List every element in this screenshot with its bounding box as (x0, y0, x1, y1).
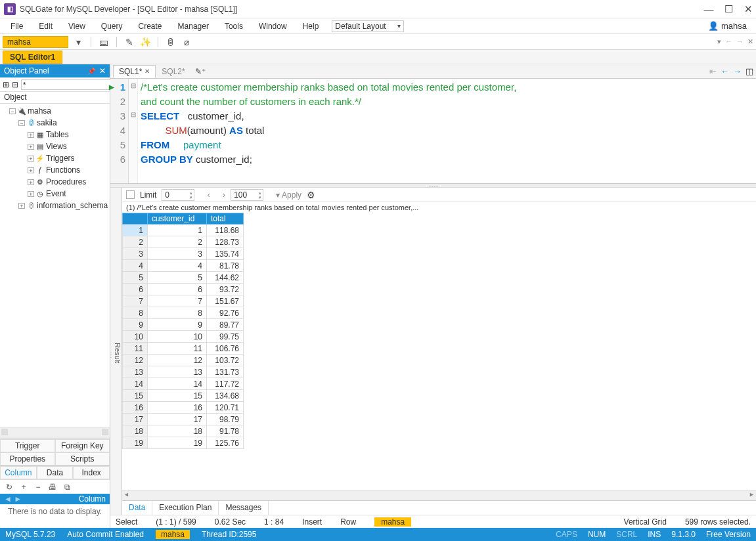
vsplit-handle[interactable]: ⋮ (108, 351, 114, 358)
menu-window[interactable]: Window (251, 20, 295, 33)
result-tab-plan[interactable]: Execution Plan (152, 501, 219, 515)
toggle-layout-icon[interactable]: ◫ (745, 66, 753, 76)
btn-data[interactable]: Data (37, 466, 74, 479)
menu-file[interactable]: File (3, 20, 31, 33)
code-editor[interactable]: 123456 ⊟ ⊟ /*Let's create customer membe… (110, 79, 756, 184)
dock-close-icon[interactable]: ✕ (747, 37, 753, 46)
result-grid[interactable]: customer_id total 11118.6822128.7333135.… (122, 213, 756, 490)
btn-trigger[interactable]: Trigger (0, 439, 55, 452)
database-icon[interactable]: 🛢 (165, 36, 177, 48)
btn-scripts[interactable]: Scripts (55, 452, 110, 465)
expand-all-icon[interactable]: ⊞ (3, 80, 9, 89)
table-row[interactable]: 1616120.71 (123, 402, 244, 414)
table-row[interactable]: 77151.67 (123, 295, 244, 307)
table-row[interactable]: 1111106.76 (123, 343, 244, 355)
nav-prev-icon[interactable]: ← (721, 66, 729, 76)
tree-event[interactable]: Event (46, 189, 66, 198)
object-tree[interactable]: −🔌mahsa −🛢sakila +▦Tables +▤Views +⚡Trig… (0, 104, 110, 427)
prop-refresh-icon[interactable]: ↻ (4, 483, 14, 492)
tree-procedures[interactable]: Procedures (46, 177, 86, 186)
table-row[interactable]: 55144.62 (123, 272, 244, 284)
btn-foreign-key[interactable]: Foreign Key (55, 439, 110, 452)
table-row[interactable]: 22128.73 (123, 236, 244, 248)
btn-column[interactable]: Column (0, 466, 37, 479)
apply-button[interactable]: ▾ Apply (276, 190, 301, 200)
table-row[interactable]: 171798.79 (123, 414, 244, 425)
table-row[interactable]: 1212103.72 (123, 355, 244, 366)
tree-db-sakila[interactable]: sakila (37, 118, 57, 127)
menu-help[interactable]: Help (295, 20, 327, 33)
table-row[interactable]: 4481.78 (123, 260, 244, 272)
page-prev-icon[interactable]: ‹ (208, 190, 210, 200)
pin-icon[interactable]: 📌 (87, 68, 95, 75)
col-customer-id[interactable]: customer_id (148, 213, 207, 225)
prop-add-icon[interactable]: + (18, 483, 29, 492)
wand-icon[interactable]: ✨ (139, 36, 151, 48)
sql-tab-1[interactable]: SQL1* ✕ (113, 65, 156, 78)
tree-tables[interactable]: Tables (46, 130, 69, 139)
table-row[interactable]: 6693.72 (123, 284, 244, 295)
fold-gutter[interactable]: ⊟ ⊟ (129, 79, 138, 183)
table-row[interactable]: 101099.75 (123, 331, 244, 343)
editor-tab-1[interactable]: SQL Editor1 (3, 51, 62, 64)
layout-select[interactable]: Default Layout (332, 20, 404, 32)
table-row[interactable]: 33135.74 (123, 248, 244, 260)
dock-next-icon[interactable]: → (736, 37, 744, 46)
close-button[interactable]: ✕ (744, 5, 752, 13)
table-row[interactable]: 8892.76 (123, 307, 244, 319)
panel-close-icon[interactable]: ✕ (99, 66, 106, 76)
prop-remove-icon[interactable]: − (33, 483, 43, 492)
dock-dropdown-icon[interactable]: ▾ (717, 37, 721, 46)
menu-edit[interactable]: Edit (31, 20, 60, 33)
dropdown-icon[interactable]: ▾ (72, 36, 84, 48)
dock-prev-icon[interactable]: ← (725, 37, 732, 46)
collapse-all-icon[interactable]: ⊟ (12, 80, 18, 89)
table-row[interactable]: 1313131.73 (123, 366, 244, 378)
limit-input[interactable]: 0 (162, 189, 194, 201)
table-row[interactable]: 1919125.76 (123, 437, 244, 449)
menu-query[interactable]: Query (93, 20, 131, 33)
page-input[interactable]: 100 (231, 189, 263, 201)
table-row[interactable]: 9989.77 (123, 319, 244, 331)
tree-triggers[interactable]: Triggers (46, 154, 75, 163)
menu-create[interactable]: Create (131, 20, 170, 33)
result-tab-data[interactable]: Data (122, 501, 152, 515)
btn-properties[interactable]: Properties (0, 452, 55, 465)
database-combo[interactable]: mahsa (3, 36, 68, 48)
tree-functions[interactable]: Functions (46, 165, 80, 175)
col-total[interactable]: total (207, 213, 244, 225)
menu-tools[interactable]: Tools (217, 20, 251, 33)
grid-hscrollbar[interactable] (122, 490, 756, 500)
maximize-button[interactable]: ☐ (724, 5, 732, 13)
table-row[interactable]: 181891.78 (123, 425, 244, 437)
rownum-header[interactable] (123, 213, 148, 225)
menu-manager[interactable]: Manager (170, 20, 217, 33)
table-row[interactable]: 1414117.72 (123, 378, 244, 390)
tree-views[interactable]: Views (46, 142, 67, 151)
tree-root[interactable]: mahsa (28, 106, 51, 116)
limit-checkbox[interactable] (126, 190, 135, 199)
prop-popup-icon[interactable]: ⧉ (62, 483, 72, 492)
code-text[interactable]: /*Let's create customer membership ranks… (138, 79, 756, 183)
new-tab-icon[interactable]: ✎⁺ (195, 67, 206, 76)
nav-home-icon[interactable]: ⇤ (709, 66, 717, 76)
sql-tab-2[interactable]: SQL2* (156, 65, 190, 78)
user-indicator[interactable]: 👤 mahsa (708, 21, 753, 31)
minimize-button[interactable]: — (705, 5, 713, 13)
close-tab-icon[interactable]: ✕ (145, 68, 150, 75)
connect-icon[interactable]: 🖴 (98, 36, 110, 48)
tree-db-information-schema[interactable]: information_schema (37, 201, 108, 210)
menu-view[interactable]: View (60, 20, 93, 33)
table-row[interactable]: 11118.68 (123, 225, 244, 236)
cylinder-icon[interactable]: ⌀ (181, 36, 192, 48)
gear-icon[interactable]: ⚙ (307, 190, 315, 200)
filter-input[interactable] (21, 79, 116, 90)
btn-index[interactable]: Index (73, 466, 110, 479)
nav-next-icon[interactable]: → (733, 66, 742, 76)
result-tab-messages[interactable]: Messages (219, 501, 269, 515)
prop-print-icon[interactable]: 🖶 (47, 483, 58, 492)
tree-hscrollbar[interactable] (0, 427, 110, 436)
page-next-icon[interactable]: › (223, 190, 225, 200)
brush-icon[interactable]: ✎ (123, 36, 135, 48)
table-row[interactable]: 1515134.68 (123, 390, 244, 402)
